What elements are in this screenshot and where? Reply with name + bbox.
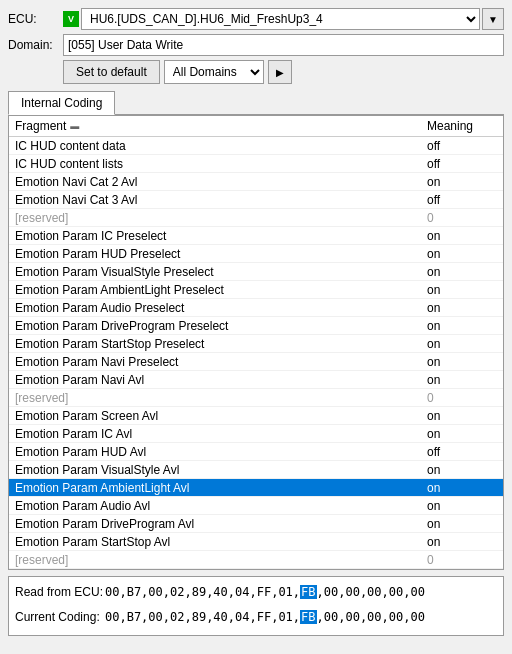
domain-input[interactable] — [63, 34, 504, 56]
cell-fragment-16: Emotion Param IC Avl — [15, 427, 427, 441]
cell-meaning-23: 0 — [427, 553, 497, 567]
current-coding-value: 00,B7,00,02,89,40,04,FF,01,FB,00,00,00,0… — [105, 610, 497, 624]
ecu-expand-button[interactable]: ▼ — [482, 8, 504, 30]
table-row[interactable]: Emotion Param IC Preselecton — [9, 227, 503, 245]
table-row[interactable]: [reserved]0 — [9, 209, 503, 227]
cell-meaning-20: on — [427, 499, 497, 513]
table-row[interactable]: Emotion Navi Cat 3 Avloff — [9, 191, 503, 209]
table-row[interactable]: Emotion Param StartStop Preselecton — [9, 335, 503, 353]
cell-fragment-10: Emotion Param DriveProgram Preselect — [15, 319, 427, 333]
cell-fragment-4: [reserved] — [15, 211, 427, 225]
cell-fragment-13: Emotion Param Navi Avl — [15, 373, 427, 387]
cell-meaning-16: on — [427, 427, 497, 441]
current-coding-label: Current Coding: — [15, 610, 105, 624]
cell-fragment-19: Emotion Param AmbientLight Avl — [15, 481, 427, 495]
cell-fragment-1: IC HUD content lists — [15, 157, 427, 171]
cell-fragment-18: Emotion Param VisualStyle Avl — [15, 463, 427, 477]
cell-meaning-14: 0 — [427, 391, 497, 405]
read-from-ecu-value: 00,B7,00,02,89,40,04,FF,01,FB,00,00,00,0… — [105, 585, 497, 599]
cell-fragment-23: [reserved] — [15, 553, 427, 567]
read-from-ecu-row: Read from ECU: 00,B7,00,02,89,40,04,FF,0… — [15, 581, 497, 603]
col-meaning-header: Meaning — [427, 119, 497, 133]
cell-meaning-12: on — [427, 355, 497, 369]
cell-meaning-7: on — [427, 265, 497, 279]
cell-meaning-0: off — [427, 139, 497, 153]
read-value-prefix: 00,B7,00,02,89,40,04,FF,01, — [105, 585, 300, 599]
fragment-table: Fragment ▬ Meaning IC HUD content dataof… — [8, 115, 504, 570]
col-fragment-header: Fragment ▬ — [15, 119, 427, 133]
cell-meaning-5: on — [427, 229, 497, 243]
toolbar-row: Set to default All Domains ▶ — [63, 60, 504, 84]
current-highlight: FB — [300, 610, 316, 624]
cell-fragment-15: Emotion Param Screen Avl — [15, 409, 427, 423]
cell-fragment-3: Emotion Navi Cat 3 Avl — [15, 193, 427, 207]
toolbar-arrow-button[interactable]: ▶ — [268, 60, 292, 84]
cell-fragment-0: IC HUD content data — [15, 139, 427, 153]
tab-internal-coding[interactable]: Internal Coding — [8, 91, 115, 115]
bottom-section: Read from ECU: 00,B7,00,02,89,40,04,FF,0… — [8, 576, 504, 636]
cell-meaning-2: on — [427, 175, 497, 189]
sort-icon: ▬ — [70, 121, 79, 131]
cell-meaning-19: on — [427, 481, 497, 495]
cell-fragment-8: Emotion Param AmbientLight Preselect — [15, 283, 427, 297]
ecu-select[interactable]: HU6.[UDS_CAN_D].HU6_Mid_FreshUp3_4 — [81, 8, 480, 30]
domain-label: Domain: — [8, 38, 63, 52]
cell-meaning-17: off — [427, 445, 497, 459]
cell-fragment-20: Emotion Param Audio Avl — [15, 499, 427, 513]
table-row[interactable]: Emotion Param DriveProgram Avlon — [9, 515, 503, 533]
current-value-suffix: ,00,00,00,00,00 — [317, 610, 425, 624]
cell-fragment-21: Emotion Param DriveProgram Avl — [15, 517, 427, 531]
table-row[interactable]: Emotion Param HUD Avloff — [9, 443, 503, 461]
table-row[interactable]: Emotion Param StartStop Avlon — [9, 533, 503, 551]
table-row[interactable]: Emotion Navi Cat 2 Avlon — [9, 173, 503, 191]
tab-bar: Internal Coding — [8, 90, 504, 115]
set-to-default-button[interactable]: Set to default — [63, 60, 160, 84]
table-row[interactable]: Emotion Param VisualStyle Preselecton — [9, 263, 503, 281]
table-row[interactable]: Emotion Param Audio Preselecton — [9, 299, 503, 317]
cell-fragment-22: Emotion Param StartStop Avl — [15, 535, 427, 549]
table-row[interactable]: Emotion Param VisualStyle Avlon — [9, 461, 503, 479]
cell-meaning-1: off — [427, 157, 497, 171]
table-row[interactable]: Emotion Param Screen Avlon — [9, 407, 503, 425]
ecu-select-container: V HU6.[UDS_CAN_D].HU6_Mid_FreshUp3_4 ▼ — [63, 8, 504, 30]
cell-meaning-18: on — [427, 463, 497, 477]
table-row[interactable]: Emotion Param Navi Avlon — [9, 371, 503, 389]
ecu-label: ECU: — [8, 12, 63, 26]
cell-meaning-11: on — [427, 337, 497, 351]
cell-fragment-12: Emotion Param Navi Preselect — [15, 355, 427, 369]
table-row[interactable]: Emotion Param IC Avlon — [9, 425, 503, 443]
table-row[interactable]: Emotion Param Navi Preselecton — [9, 353, 503, 371]
table-row[interactable]: [reserved]0 — [9, 389, 503, 407]
cell-fragment-11: Emotion Param StartStop Preselect — [15, 337, 427, 351]
cell-meaning-6: on — [427, 247, 497, 261]
cell-meaning-13: on — [427, 373, 497, 387]
cell-fragment-7: Emotion Param VisualStyle Preselect — [15, 265, 427, 279]
current-coding-row: Current Coding: 00,B7,00,02,89,40,04,FF,… — [15, 606, 497, 628]
cell-meaning-15: on — [427, 409, 497, 423]
cell-fragment-9: Emotion Param Audio Preselect — [15, 301, 427, 315]
table-row[interactable]: IC HUD content dataoff — [9, 137, 503, 155]
read-value-suffix: ,00,00,00,00,00 — [317, 585, 425, 599]
table-row[interactable]: Emotion Param AmbientLight Avlon — [9, 479, 503, 497]
all-domains-select[interactable]: All Domains — [164, 60, 264, 84]
fragment-col-label: Fragment — [15, 119, 66, 133]
cell-meaning-9: on — [427, 301, 497, 315]
ecu-indicator: V — [63, 11, 79, 27]
main-container: ECU: V HU6.[UDS_CAN_D].HU6_Mid_FreshUp3_… — [0, 0, 512, 644]
read-from-ecu-label: Read from ECU: — [15, 585, 105, 599]
table-row[interactable]: Emotion Param DriveProgram Preselecton — [9, 317, 503, 335]
table-header: Fragment ▬ Meaning — [9, 116, 503, 137]
cell-fragment-6: Emotion Param HUD Preselect — [15, 247, 427, 261]
table-row[interactable]: Emotion Param Audio Avlon — [9, 497, 503, 515]
table-row[interactable]: Emotion Param AmbientLight Preselecton — [9, 281, 503, 299]
cell-meaning-3: off — [427, 193, 497, 207]
table-row[interactable]: Emotion Param HUD Preselecton — [9, 245, 503, 263]
read-highlight: FB — [300, 585, 316, 599]
cell-fragment-5: Emotion Param IC Preselect — [15, 229, 427, 243]
ecu-row: ECU: V HU6.[UDS_CAN_D].HU6_Mid_FreshUp3_… — [8, 8, 504, 30]
cell-fragment-2: Emotion Navi Cat 2 Avl — [15, 175, 427, 189]
table-row[interactable]: IC HUD content listsoff — [9, 155, 503, 173]
cell-meaning-10: on — [427, 319, 497, 333]
table-row[interactable]: [reserved]0 — [9, 551, 503, 569]
cell-meaning-8: on — [427, 283, 497, 297]
